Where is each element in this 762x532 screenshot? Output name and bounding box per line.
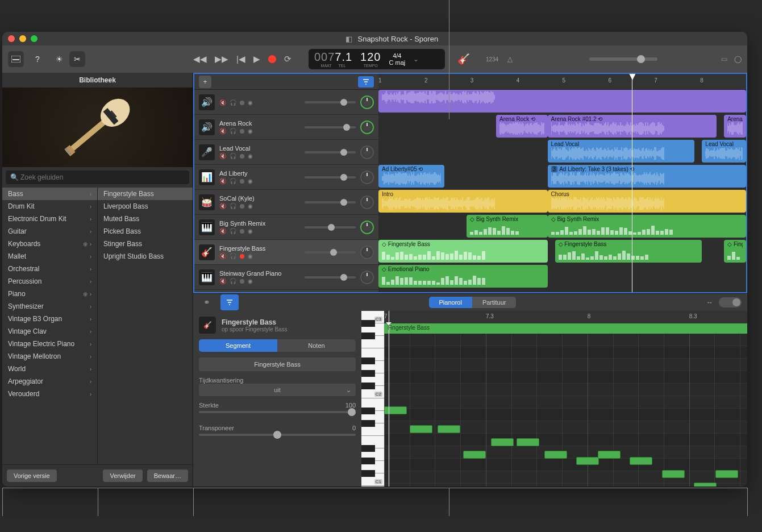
library-patch-item[interactable]: Muted Bass [98, 213, 193, 225]
input-monitor-button[interactable]: ◉ [248, 153, 253, 159]
close-button[interactable] [8, 35, 15, 42]
forward-button[interactable]: ▶▶ [215, 54, 228, 64]
record-enable-button[interactable] [240, 229, 244, 234]
track-header[interactable]: 🔊 🔇 🎧 ◉ [194, 90, 378, 115]
library-category-item[interactable]: Vintage B3 Organ› [2, 313, 97, 325]
library-category-item[interactable]: Piano⊕ › [2, 288, 97, 300]
piano-roll-grid[interactable]: 77.388.3 Fingerstyle Bass [384, 311, 747, 487]
library-category-item[interactable]: Synthesizer› [2, 300, 97, 313]
volume-slider[interactable] [305, 251, 356, 253]
mute-button[interactable]: 🔇 [219, 128, 226, 134]
pan-knob[interactable] [360, 221, 374, 234]
editor-view-tab[interactable]: Partituur [472, 297, 517, 308]
zoom-button[interactable] [31, 35, 38, 42]
library-patch-item[interactable]: Upright Studio Bass [98, 250, 193, 263]
track-header[interactable]: 🎹 Big Synth Remix 🔇 🎧 ◉ [194, 215, 378, 240]
input-monitor-button[interactable]: ◉ [248, 128, 253, 134]
solo-button[interactable]: 🎧 [230, 153, 236, 159]
preset-display[interactable]: Fingerstyle Bass [199, 358, 356, 371]
tuner-button[interactable]: 🎸 [457, 53, 470, 65]
library-patch-item[interactable]: Liverpool Bass [98, 200, 193, 213]
library-category-item[interactable]: Mallet› [2, 250, 97, 263]
rewind-button[interactable]: ◀◀ [193, 54, 207, 64]
region[interactable]: Lead Vocal [548, 140, 695, 163]
region[interactable]: ◇ Fingerstyle Bass [555, 240, 702, 263]
loop-browser-button[interactable]: ◯ [734, 55, 742, 63]
midi-note[interactable] [598, 451, 621, 459]
catch-playhead-button[interactable] [220, 294, 239, 310]
input-monitor-button[interactable]: ◉ [248, 278, 253, 284]
horizontal-zoom-icon[interactable]: ↔ [706, 298, 713, 306]
midi-note[interactable] [463, 451, 486, 459]
library-category-item[interactable]: Vintage Clav› [2, 325, 97, 338]
record-enable-button[interactable] [240, 154, 244, 159]
library-category-item[interactable]: Vintage Mellotron› [2, 350, 97, 363]
library-category-item[interactable]: World› [2, 363, 97, 375]
track-header[interactable]: 📊 Ad Liberty 🔇 🎧 ◉ [194, 165, 378, 190]
record-enable-button[interactable] [240, 179, 244, 184]
region[interactable]: Intro [378, 190, 548, 213]
transpose-slider[interactable] [199, 434, 356, 436]
mute-button[interactable]: 🔇 [219, 178, 226, 184]
record-enable-button[interactable] [240, 254, 244, 259]
library-category-item[interactable]: Bass› [2, 188, 97, 200]
input-monitor-button[interactable]: ◉ [248, 203, 253, 209]
editors-button[interactable]: ✂ [69, 51, 85, 67]
volume-slider[interactable] [305, 126, 356, 128]
mute-button[interactable]: 🔇 [219, 153, 226, 159]
pan-knob[interactable] [360, 171, 374, 184]
solo-button[interactable]: 🎧 [230, 178, 236, 184]
library-category-list[interactable]: Bass›Drum Kit›Electronic Drum Kit›Guitar… [2, 188, 98, 464]
volume-slider[interactable] [305, 201, 356, 203]
solo-button[interactable]: 🎧 [230, 278, 236, 284]
volume-slider[interactable] [305, 151, 356, 153]
library-category-item[interactable]: Drum Kit› [2, 200, 97, 213]
region[interactable]: Chorus [548, 190, 746, 213]
inspector-tab[interactable]: Noten [277, 339, 356, 352]
midi-note[interactable] [662, 470, 685, 478]
count-in-button[interactable]: 1234 [486, 56, 498, 63]
track-header[interactable]: 🥁 SoCal (Kyle) 🔇 🎧 ◉ [194, 190, 378, 215]
editor-view-tab[interactable]: Pianorol [429, 297, 472, 308]
solo-button[interactable]: 🎧 [230, 203, 236, 209]
mute-button[interactable]: 🔇 [219, 278, 226, 284]
library-category-item[interactable]: Guitar› [2, 225, 97, 238]
add-track-button[interactable]: + [199, 76, 211, 88]
strength-slider[interactable] [199, 411, 356, 413]
track-header[interactable]: 🎤 Lead Vocal 🔇 🎧 ◉ [194, 140, 378, 165]
library-category-item[interactable]: Vintage Electric Piano› [2, 338, 97, 350]
minimize-button[interactable] [19, 35, 26, 42]
record-button[interactable] [268, 55, 276, 63]
pan-knob[interactable] [360, 196, 374, 209]
region[interactable]: 3Ad Liberty: Take 3 (3 takes) ⟲ [548, 165, 746, 188]
mute-button[interactable]: 🔇 [219, 99, 226, 106]
zoom-toggle[interactable] [719, 297, 742, 307]
piano-keyboard[interactable]: C3C2C1 [361, 311, 384, 487]
midi-note[interactable] [491, 438, 514, 446]
pan-knob[interactable] [360, 246, 374, 259]
playhead[interactable] [632, 74, 632, 292]
play-button[interactable]: ▶ [253, 54, 260, 64]
region[interactable]: Arena Rock ⟲ [496, 115, 548, 138]
stop-button[interactable]: |◀ [236, 54, 245, 64]
input-monitor-button[interactable]: ◉ [248, 228, 253, 234]
metronome-button[interactable]: △ [507, 55, 513, 63]
library-category-item[interactable]: Arpeggiator› [2, 375, 97, 388]
save-button[interactable]: Bewaar… [147, 469, 188, 482]
pan-knob[interactable] [360, 271, 374, 284]
pan-knob[interactable] [360, 95, 374, 109]
record-enable-button[interactable] [240, 204, 244, 209]
volume-slider[interactable] [305, 226, 356, 228]
solo-button[interactable]: 🎧 [230, 99, 236, 106]
volume-slider[interactable] [305, 276, 356, 279]
input-monitor-button[interactable]: ◉ [248, 178, 253, 184]
track-header[interactable]: 🔊 Arena Rock 🔇 🎧 ◉ [194, 115, 378, 140]
library-category-item[interactable]: Orchestral› [2, 263, 97, 275]
quantize-select[interactable]: uit [199, 384, 356, 396]
track-header[interactable]: 🎹 Steinway Grand Piano 🔇 🎧 ◉ [194, 265, 378, 290]
region[interactable]: Lead Vocal [702, 140, 746, 163]
midi-note[interactable] [410, 425, 432, 433]
pan-knob[interactable] [360, 120, 374, 134]
record-enable-button[interactable] [240, 101, 244, 105]
midi-note[interactable] [576, 457, 599, 465]
